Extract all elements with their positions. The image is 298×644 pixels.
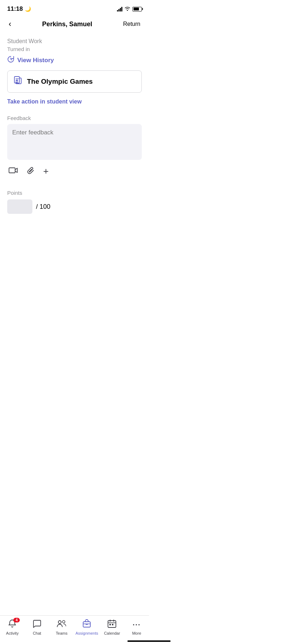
return-button[interactable]: Return: [122, 19, 142, 29]
feedback-label: Feedback: [7, 115, 142, 121]
view-history-link[interactable]: View History: [17, 57, 54, 64]
points-row: / 100: [7, 199, 142, 214]
signal-bars-icon: [117, 6, 122, 12]
svg-rect-2: [9, 168, 15, 173]
video-icon[interactable]: [9, 167, 18, 176]
view-history-icon: [7, 56, 14, 65]
assignment-title: The Olympic Games: [27, 78, 93, 86]
battery-icon: [132, 7, 142, 12]
header: ‹ Perkins, Samuel Return: [0, 16, 149, 35]
add-icon[interactable]: +: [43, 166, 49, 177]
status-time: 11:18: [7, 5, 23, 13]
points-label: Points: [7, 190, 142, 196]
status-icons: [117, 6, 142, 12]
feedback-toolbar: +: [7, 161, 142, 181]
wifi-icon: [125, 6, 130, 12]
feedback-textarea[interactable]: [7, 124, 142, 160]
points-total: / 100: [36, 203, 50, 211]
assignment-card-icon: [13, 76, 23, 87]
back-button[interactable]: ‹: [7, 19, 13, 29]
moon-icon: 🌙: [25, 6, 31, 12]
status-bar: 11:18 🌙: [0, 0, 149, 16]
main-content: Student Work Turned in View History The …: [0, 35, 149, 221]
student-work-label: Student Work: [7, 38, 142, 45]
points-input[interactable]: [7, 199, 32, 214]
svg-point-1: [16, 81, 18, 83]
assignment-card[interactable]: The Olympic Games: [7, 70, 142, 93]
turned-in-label: Turned in: [7, 46, 142, 52]
take-action-link[interactable]: Take action in student view: [7, 98, 142, 105]
view-history-row: View History: [7, 56, 142, 65]
paperclip-icon[interactable]: [27, 166, 35, 176]
header-title: Perkins, Samuel: [13, 20, 122, 28]
